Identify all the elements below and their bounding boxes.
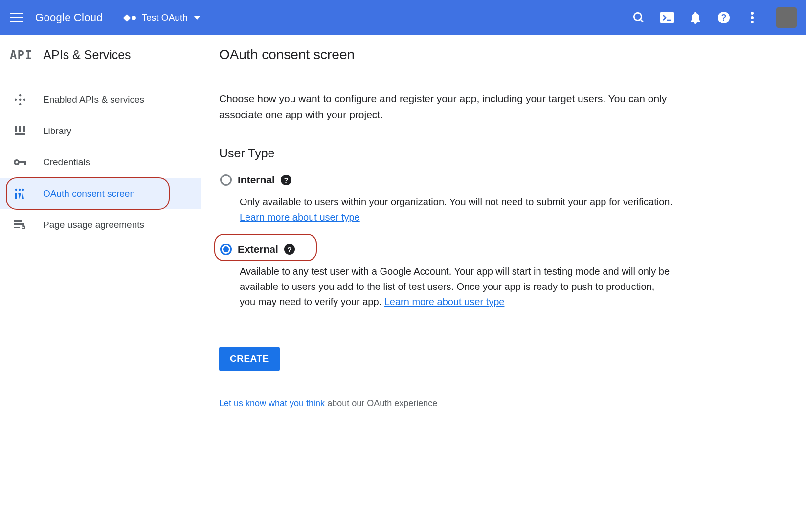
sidebar-header[interactable]: API APIs & Services [0,35,201,75]
logo-cloud-text: Cloud [74,11,103,24]
svg-rect-35 [23,226,24,227]
radio-external-label: External [238,244,278,255]
hamburger-menu-button[interactable] [5,6,28,29]
sidebar-item-label: Library [43,126,71,136]
svg-rect-18 [19,126,21,132]
user-type-external-block: External ? Available to any test user wi… [219,241,673,319]
svg-rect-31 [14,220,22,222]
sidebar-title: APIs & Services [43,48,131,62]
sidebar-item-library[interactable]: Library [0,115,201,147]
logo-google-text: Google [35,11,71,24]
help-icon: ? [717,11,730,24]
learn-more-internal-link[interactable]: Learn more about user type [240,212,360,222]
svg-point-26 [19,189,21,191]
svg-rect-5 [660,12,674,23]
sidebar-item-oauth-consent[interactable]: OAuth consent screen [0,178,201,209]
sidebar-item-page-usage[interactable]: Page usage agreements [0,209,201,241]
help-external-icon[interactable]: ? [284,244,295,255]
search-icon [632,11,645,24]
svg-marker-29 [18,193,21,199]
radio-internal[interactable] [220,174,232,186]
sidebar: API APIs & Services Enabled APIs & servi… [0,35,202,532]
svg-rect-28 [15,193,17,199]
svg-point-11 [751,21,754,23]
key-icon [14,156,26,169]
bell-icon [690,11,701,24]
svg-rect-19 [23,126,25,132]
feedback-link[interactable]: Let us know what you think [219,399,327,408]
internal-description: Only available to users within your orga… [219,189,673,235]
main-content: OAuth consent screen Choose how you want… [202,35,691,532]
page-title: OAuth consent screen [219,47,673,63]
svg-point-27 [22,189,24,191]
create-button[interactable]: CREATE [219,347,280,371]
topbar-right: ? [632,7,797,28]
svg-marker-30 [22,193,24,199]
agreements-icon [14,219,26,231]
sidebar-item-label: Enabled APIs & services [43,94,144,105]
sidebar-item-credentials[interactable]: Credentials [0,147,201,178]
google-cloud-logo[interactable]: Google Cloud [35,11,103,24]
svg-rect-12 [19,94,22,97]
project-icon [124,15,136,21]
cloud-shell-button[interactable] [660,11,674,24]
library-icon [14,125,26,137]
svg-line-4 [640,19,643,22]
search-button[interactable] [632,11,646,24]
sidebar-item-label: Credentials [43,157,90,168]
account-avatar[interactable] [776,7,797,28]
external-description: Available to any test user with a Google… [219,258,673,319]
learn-more-external-link[interactable]: Learn more about user type [384,296,505,307]
radio-internal-label: Internal [238,174,275,186]
user-type-internal-row: Internal ? [219,171,673,189]
user-type-internal-block: Internal ? Only available to users withi… [219,171,673,235]
sidebar-item-enabled-apis[interactable]: Enabled APIs & services [0,84,201,115]
top-bar: Google Cloud Test OAuth ? [0,0,806,35]
more-vert-icon [750,11,754,24]
svg-text:?: ? [721,13,727,22]
svg-rect-24 [24,161,26,165]
api-badge: API [10,48,32,62]
feedback-line: Let us know what you think about our OAu… [219,399,673,409]
svg-rect-33 [14,227,20,228]
feedback-rest: about our OAuth experience [327,399,437,408]
intro-text: Choose how you want to configure and reg… [219,91,673,123]
user-type-heading: User Type [219,146,673,160]
svg-point-9 [751,12,754,15]
svg-rect-17 [15,126,17,132]
svg-rect-16 [19,98,22,101]
internal-desc-text: Only available to users within your orga… [240,197,672,207]
help-button[interactable]: ? [717,11,731,24]
caret-down-icon [194,16,201,20]
sidebar-item-label: Page usage agreements [43,220,144,230]
sidebar-item-label: OAuth consent screen [43,188,135,199]
project-picker[interactable]: Test OAuth [124,12,201,23]
svg-rect-0 [10,13,23,14]
svg-point-10 [751,16,754,19]
svg-rect-1 [10,17,23,18]
svg-rect-15 [19,103,22,105]
body: API APIs & Services Enabled APIs & servi… [0,35,806,532]
radio-external[interactable] [220,244,232,255]
more-menu-button[interactable] [745,11,759,24]
svg-rect-14 [23,98,25,101]
svg-point-25 [15,189,17,191]
cloud-shell-icon [660,12,674,23]
svg-rect-20 [15,133,25,135]
svg-rect-2 [10,21,23,22]
svg-rect-32 [14,223,24,225]
sidebar-items: Enabled APIs & services Library Credenti… [0,75,201,241]
svg-rect-13 [15,98,17,101]
notifications-button[interactable] [689,11,702,24]
user-type-external-row: External ? [219,241,673,258]
help-internal-icon[interactable]: ? [281,175,291,185]
hamburger-icon [10,13,23,22]
enabled-apis-icon [14,93,26,106]
svg-point-22 [16,161,18,164]
consent-icon [14,187,26,200]
topbar-left: Google Cloud Test OAuth [5,6,201,29]
project-name: Test OAuth [142,12,188,23]
svg-point-3 [634,13,641,20]
